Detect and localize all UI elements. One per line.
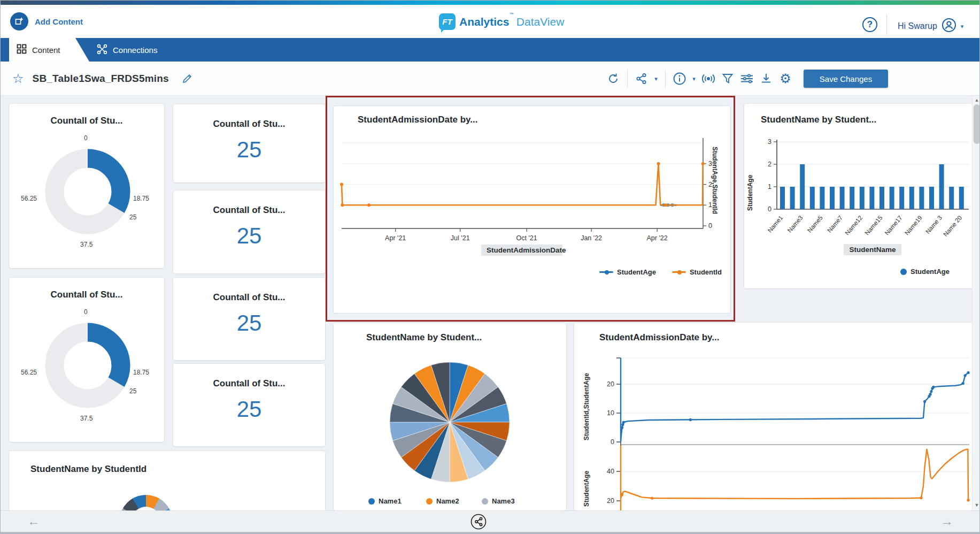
svg-text:Name7: Name7 [826, 215, 844, 234]
donut-tick-18-75: 18.75 [133, 369, 149, 376]
share-icon[interactable] [632, 69, 651, 88]
header-divider [886, 14, 887, 35]
legend-item-studentid[interactable]: StudentId [672, 268, 722, 276]
widget-studentname-by-studentid[interactable]: StudentName by StudentId [9, 451, 325, 510]
add-content-label: Add Content [35, 17, 83, 26]
legend-item-name1[interactable]: Name1 [368, 497, 402, 505]
tab-connections-label: Connections [113, 45, 157, 55]
tab-bar: Content Connections [1, 38, 980, 62]
widget-pie-studentname[interactable]: StudentName by Student... Name1 Name2 Na… [334, 323, 566, 510]
add-content-icon [10, 12, 28, 30]
legend-item-name3[interactable]: Name3 [482, 497, 515, 505]
svg-text:Name15: Name15 [863, 215, 883, 237]
svg-text:Name5: Name5 [806, 215, 824, 234]
widget-kpi-3[interactable]: Countall of Stu... 25 [173, 278, 325, 360]
svg-text:40: 40 [607, 468, 614, 475]
scroll-down-icon[interactable]: ▼ [973, 502, 980, 508]
svg-text:Name3: Name3 [786, 215, 804, 234]
donut-value-label: 25 [129, 387, 136, 395]
dual-line-chart: 010202040 [574, 323, 976, 510]
donut-tick-0: 0 [84, 308, 88, 316]
widget-bar-studentname[interactable]: StudentName by Student... 0123Name1Name3… [744, 104, 977, 288]
user-avatar-icon [942, 18, 956, 35]
download-icon[interactable] [757, 69, 776, 88]
connections-icon [97, 44, 107, 56]
kpi-value: 25 [173, 223, 325, 249]
info-icon[interactable] [670, 69, 689, 88]
legend-item-studentage[interactable]: StudentAge [599, 268, 656, 276]
svg-text:Name1: Name1 [767, 215, 784, 234]
legend-item-name2[interactable]: Name2 [426, 497, 459, 505]
logo-trademark: ™ [509, 12, 513, 17]
donut-chart [40, 143, 136, 240]
settings-gear-icon[interactable]: ⚙ [776, 69, 795, 88]
legend-marker [426, 498, 433, 505]
add-content-button[interactable]: Add Content [10, 12, 83, 30]
widget-title: Countall of Stu... [173, 205, 325, 216]
refresh-icon[interactable] [604, 69, 623, 88]
donut-tick-18-75: 18.75 [133, 195, 149, 202]
widget-title: Countall of Stu... [173, 292, 325, 303]
widget-title: Countall of Stu... [173, 119, 325, 129]
filter-icon[interactable] [718, 69, 737, 88]
legend-item-studentage[interactable]: StudentAge [900, 268, 950, 276]
app-logo: FT Analytics™ DataView [439, 13, 564, 30]
widget-title: Countall of Stu... [9, 116, 164, 126]
brand-gradient-strip [1, 1, 980, 5]
svg-text:2: 2 [768, 161, 771, 168]
svg-text:10: 10 [607, 409, 614, 417]
kpi-value: 25 [173, 310, 325, 336]
share-caret-icon[interactable]: ▾ [651, 69, 661, 88]
scroll-up-icon[interactable]: ▲ [973, 97, 980, 103]
svg-text:Jan '22: Jan '22 [581, 234, 602, 242]
legend-marker [482, 498, 488, 505]
widget-title: StudentName by Student... [366, 332, 482, 343]
donut-tick-56-25: 56.25 [21, 195, 37, 202]
sliders-icon[interactable] [737, 69, 757, 88]
favorite-star-icon[interactable]: ☆ [12, 71, 24, 86]
nav-left-arrow-icon[interactable]: ← [27, 514, 40, 529]
save-changes-button[interactable]: Save Changes [804, 70, 888, 88]
svg-text:0: 0 [611, 438, 614, 446]
bottom-navigation-bar: ← → [1, 510, 980, 532]
widget-kpi-4[interactable]: Countall of Stu... 25 [173, 364, 325, 446]
chart-legend: StudentAge [900, 268, 950, 276]
kpi-value: 25 [173, 137, 325, 163]
svg-text:20: 20 [607, 380, 614, 388]
svg-text:Apr '21: Apr '21 [385, 234, 406, 242]
widget-dualline-admissiondate[interactable]: StudentAdmissionDate by... 010202040 Stu… [574, 323, 976, 510]
tab-content-label: Content [32, 45, 60, 55]
mini-donut-chart [119, 495, 173, 510]
share-dashboard-icon[interactable] [470, 513, 487, 532]
donut-tick-0: 0 [84, 134, 88, 142]
svg-text:1: 1 [768, 183, 771, 190]
widget-kpi-2[interactable]: Countall of Stu... 25 [173, 190, 325, 273]
toolbar-divider [665, 70, 666, 88]
svg-text:3: 3 [768, 138, 771, 146]
donut-value-label: 25 [129, 213, 136, 221]
help-icon[interactable]: ? [862, 17, 877, 32]
widget-title: Countall of Stu... [173, 378, 325, 389]
app-header: Add Content FT Analytics™ DataView ? Hi … [1, 5, 980, 38]
logo-badge-icon: FT [439, 13, 456, 30]
grid-icon [17, 44, 27, 56]
edit-pencil-icon[interactable] [178, 69, 197, 88]
info-caret-icon[interactable]: ▾ [689, 69, 699, 88]
svg-text:Name19: Name19 [904, 215, 923, 237]
widget-kpi-1[interactable]: Countall of Stu... 25 [173, 104, 325, 182]
user-menu[interactable]: Hi Swarup ▾ [898, 18, 963, 35]
window-bottom-edge [1, 532, 980, 534]
svg-text:Name 3: Name 3 [924, 215, 943, 235]
live-data-icon[interactable] [699, 69, 718, 88]
widget-donut-countall-2[interactable]: Countall of Stu... 0 18.75 25 37.5 56.25 [9, 278, 164, 442]
widget-line-admissiondate[interactable]: StudentAdmissionDate by... Apr '21Jul '2… [333, 105, 731, 314]
tab-content[interactable]: Content [9, 38, 89, 62]
nav-right-arrow-icon[interactable]: → [940, 514, 953, 529]
scrollbar-thumb[interactable] [974, 104, 980, 144]
svg-text:Apr '22: Apr '22 [647, 234, 668, 242]
vertical-scrollbar[interactable]: ▲ ▼ [972, 96, 980, 510]
legend-marker [672, 271, 686, 273]
tab-connections[interactable]: Connections [97, 38, 157, 62]
widget-donut-countall-1[interactable]: Countall of Stu... 0 18.75 25 37.5 56.25 [9, 104, 164, 268]
svg-text:0: 0 [768, 205, 771, 213]
